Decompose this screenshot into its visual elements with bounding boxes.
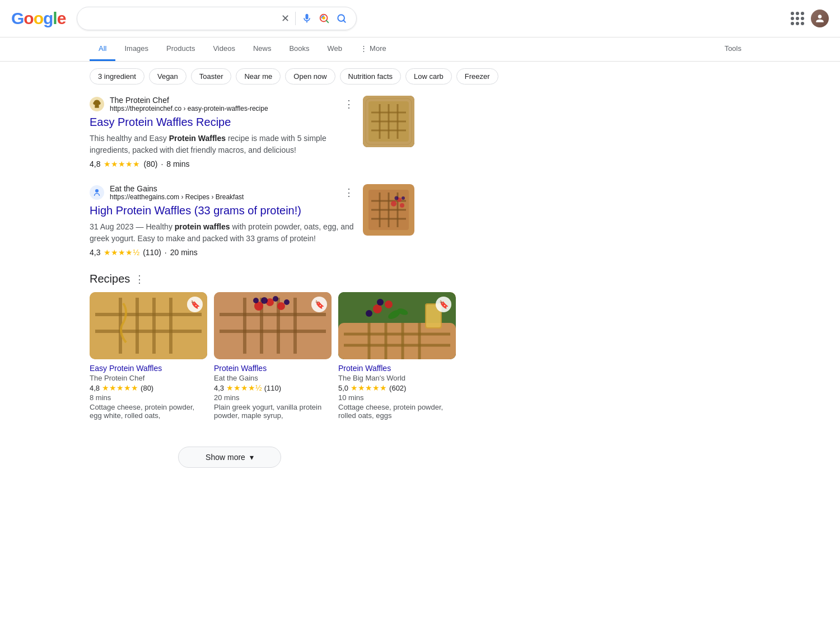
recipes-header: Recipes ⋮	[90, 273, 414, 285]
tab-products[interactable]: Products	[157, 37, 204, 61]
result-2-more-button[interactable]: ⋮	[344, 186, 354, 199]
recipes-more-button[interactable]: ⋮	[134, 273, 144, 285]
apps-button[interactable]	[791, 12, 804, 25]
show-more-container: Show more ▾	[90, 447, 370, 468]
show-more-icon: ▾	[250, 453, 254, 462]
result-2-rating: 4,3 ★★★★½ (110) · 20 mins	[90, 248, 354, 257]
svg-point-12	[95, 189, 99, 193]
chip-freezer[interactable]: Freezer	[456, 68, 498, 85]
avatar[interactable]	[811, 10, 829, 27]
google-logo[interactable]: Google	[11, 9, 66, 28]
tab-books[interactable]: Books	[280, 37, 318, 61]
recipes-title: Recipes	[90, 273, 130, 285]
svg-point-44	[273, 296, 278, 302]
recipe-card-3-rating-value: 5,0	[338, 384, 348, 392]
svg-point-21	[391, 201, 396, 206]
tab-videos[interactable]: Videos	[204, 37, 244, 61]
recipe-card-3[interactable]: 🔖 Protein Waffles The Big Man's World 5,…	[338, 292, 456, 420]
main-content: The Protein Chef https://theproteinchef.…	[0, 91, 504, 435]
result-1-dot: ·	[161, 159, 163, 168]
lens-button[interactable]	[318, 12, 330, 25]
tab-web[interactable]: Web	[319, 37, 352, 61]
result-2-site-name: Eat the Gains	[110, 184, 244, 193]
result-2-meta: Eat the Gains https://eatthegains.com › …	[90, 184, 354, 201]
tab-images[interactable]: Images	[115, 37, 157, 61]
show-more-button[interactable]: Show more ▾	[178, 447, 281, 468]
chip-toaster[interactable]: Toaster	[191, 68, 232, 85]
svg-point-24	[395, 196, 399, 200]
search-button[interactable]	[336, 13, 347, 24]
search-result-2: Eat the Gains https://eatthegains.com › …	[90, 184, 414, 257]
header: Google protein waffles ✕	[0, 0, 840, 37]
recipe-card-1-image: 🔖	[90, 292, 207, 359]
recipe-card-1-ingredients: Cottage cheese, protein powder, egg whit…	[90, 403, 207, 420]
svg-point-23	[400, 203, 404, 208]
result-1-snippet: This healthy and Easy Protein Waffles re…	[90, 133, 354, 156]
recipe-card-1[interactable]: 🔖 Easy Protein Waffles The Protein Chef …	[90, 292, 207, 420]
result-1-image	[363, 96, 414, 147]
result-1-more-button[interactable]: ⋮	[344, 98, 354, 110]
recipe-card-1-stars: ★★★★★	[102, 383, 138, 392]
recipe-card-2-title: Protein Waffles	[214, 364, 332, 373]
recipe-card-2-bookmark[interactable]: 🔖	[311, 297, 327, 312]
chip-nearme[interactable]: Near me	[236, 68, 281, 85]
result-2-favicon	[90, 185, 104, 200]
tab-more[interactable]: ⋮ More	[351, 37, 395, 61]
chip-lowcarb[interactable]: Low carb	[405, 68, 452, 85]
clear-button[interactable]: ✕	[281, 12, 290, 25]
chip-vegan[interactable]: Vegan	[149, 68, 186, 85]
search-result-1: The Protein Chef https://theproteinchef.…	[90, 96, 414, 168]
mic-button[interactable]	[301, 13, 312, 24]
result-2-content: Eat the Gains https://eatthegains.com › …	[90, 184, 354, 257]
nav-tabs: All Images Products Videos News Books We…	[0, 37, 840, 62]
result-1-review-count: (80)	[143, 159, 157, 168]
chip-nutritionfacts[interactable]: Nutrition facts	[340, 68, 401, 85]
recipe-card-2[interactable]: 🔖 Protein Waffles Eat the Gains 4,3 ★★★★…	[214, 292, 332, 420]
chip-opennow[interactable]: Open now	[285, 68, 335, 85]
recipe-card-3-source: The Big Man's World	[338, 374, 456, 382]
show-more-label: Show more	[206, 453, 245, 462]
result-1-title[interactable]: Easy Protein Waffles Recipe	[90, 116, 231, 128]
svg-point-57	[366, 310, 372, 317]
tab-all[interactable]: All	[90, 37, 115, 61]
recipes-section: Recipes ⋮	[90, 273, 414, 420]
recipe-card-3-bookmark[interactable]: 🔖	[436, 297, 451, 312]
search-bar: protein waffles ✕	[77, 7, 357, 30]
result-2-time: 20 mins	[170, 248, 198, 257]
svg-point-25	[402, 196, 405, 200]
chip-3ingredient[interactable]: 3 ingredient	[90, 68, 144, 85]
recipe-card-1-rating: 4,8 ★★★★★ (80)	[90, 383, 207, 392]
recipe-card-3-review-count: (602)	[389, 384, 406, 392]
svg-point-43	[261, 297, 268, 304]
recipe-card-2-source: Eat the Gains	[214, 374, 332, 382]
recipe-card-3-rating: 5,0 ★★★★★ (602)	[338, 383, 456, 392]
recipe-card-1-title: Easy Protein Waffles	[90, 364, 207, 373]
result-2-image	[363, 184, 414, 236]
result-2-stars: ★★★★½	[104, 248, 139, 257]
svg-point-42	[277, 302, 285, 310]
svg-point-46	[253, 298, 259, 303]
result-1-site-name: The Protein Chef	[110, 96, 268, 105]
search-input[interactable]: protein waffles	[86, 13, 277, 24]
recipe-card-1-review-count: (80)	[141, 384, 153, 392]
recipe-card-2-stars: ★★★★½	[226, 383, 262, 392]
header-right	[791, 10, 829, 27]
result-1-rating-value: 4,8	[90, 159, 100, 168]
recipe-cards: 🔖 Easy Protein Waffles The Protein Chef …	[90, 292, 414, 420]
recipe-card-2-rating-value: 4,3	[214, 384, 224, 392]
recipe-card-3-ingredients: Cottage cheese, protein powder, rolled o…	[338, 403, 456, 420]
recipe-card-3-time: 10 mins	[338, 393, 456, 402]
result-1-favicon	[90, 97, 104, 111]
recipe-card-1-bookmark[interactable]: 🔖	[187, 297, 203, 312]
svg-point-56	[385, 301, 393, 308]
svg-point-58	[377, 299, 384, 306]
recipe-card-2-rating: 4,3 ★★★★½ (110)	[214, 383, 332, 392]
tab-news[interactable]: News	[244, 37, 281, 61]
tab-tools[interactable]: Tools	[716, 37, 750, 61]
recipe-card-1-source: The Protein Chef	[90, 374, 207, 382]
result-2-title[interactable]: High Protein Waffles (33 grams of protei…	[90, 204, 301, 217]
svg-point-1	[323, 16, 326, 19]
recipe-card-2-ingredients: Plain greek yogurt, vanilla protein powd…	[214, 403, 332, 420]
recipe-card-2-review-count: (110)	[264, 384, 281, 392]
result-1-content: The Protein Chef https://theproteinchef.…	[90, 96, 354, 168]
